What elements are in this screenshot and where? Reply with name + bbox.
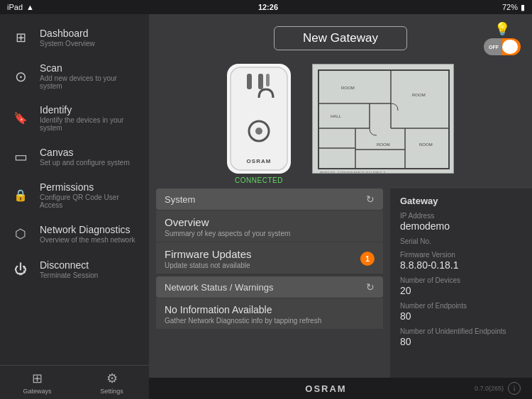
device-card: OSRAM CONNECTED	[227, 64, 291, 184]
firmware-subtitle: Update status not available	[165, 262, 252, 269]
scan-icon: ⊙	[10, 66, 31, 87]
disconnect-label: Disconnect	[40, 259, 98, 271]
gateway-devices-label: Number of Devices	[400, 276, 522, 284]
gateway-unident-field: Number of Unidentified Endpoints 80	[400, 327, 522, 347]
status-bar: iPad ▲ 12:26 72% ▮	[0, 0, 532, 14]
canvas-sublabel: Set up and configure system	[40, 159, 130, 167]
toggle-knob	[502, 40, 518, 54]
gateway-devices-value: 20	[400, 285, 522, 296]
sidebar-item-network-diagnostics[interactable]: ⬡ Network Diagnostics Overview of the me…	[0, 216, 149, 252]
status-bar-time: 12:26	[258, 3, 278, 11]
gateway-unident-label: Number of Unidentified Endpoints	[400, 327, 522, 335]
permissions-icon: 🔒	[10, 185, 31, 206]
system-panel: System ↻ Overview Summary of key aspects…	[149, 189, 390, 378]
network-icon: ⬡	[10, 223, 31, 245]
device-area: OSRAM CONNECTED	[149, 60, 532, 189]
system-refresh-icon[interactable]: ↻	[366, 193, 375, 205]
svg-text:OSRAM: OSRAM	[247, 158, 272, 164]
sidebar-item-identify[interactable]: 🔖 Identify Identify the devices in your …	[0, 97, 149, 139]
dashboard-icon: ⊞	[10, 27, 31, 48]
gateway-endpoints-value: 80	[400, 310, 522, 322]
settings-icon: ⚙	[106, 371, 118, 386]
bottom-bar: OSRAM 0.7.0(265) i	[149, 378, 532, 399]
identify-label: Identify	[40, 104, 139, 116]
gateway-panel: Gateway IP Address demodemo Serial No. F…	[390, 189, 532, 378]
gateways-button[interactable]: ⊞ Gateways	[0, 366, 74, 399]
svg-rect-2	[258, 74, 263, 89]
sidebar-item-canvas[interactable]: ▭ Canvas Set up and configure system	[0, 139, 149, 174]
overview-title: Overview	[165, 216, 290, 228]
svg-text:ROOM: ROOM	[412, 93, 426, 97]
svg-rect-1	[247, 74, 252, 89]
network-refresh-icon[interactable]: ↻	[366, 281, 375, 293]
identify-sublabel: Identify the devices in your system	[40, 116, 139, 132]
light-icon: 💡	[494, 21, 510, 37]
version-text: 0.7.0(265)	[475, 385, 504, 392]
network-label: Network Diagnostics	[40, 224, 135, 235]
main-header: New Gateway 💡 OFF ON	[149, 14, 532, 60]
firmware-item[interactable]: Firmware Updates Update status not avail…	[156, 242, 383, 274]
dashboard-sublabel: System Overview	[40, 40, 95, 47]
gateway-ip-field: IP Address demodemo	[400, 212, 522, 232]
blueprint-image: ROOM ROOM HALL ROOM ROOM MONOLITH - 0.7/…	[312, 64, 454, 174]
wifi-icon: ▲	[26, 3, 34, 11]
main-content: New Gateway 💡 OFF ON	[149, 14, 532, 399]
gateway-endpoints-label: Number of Endpoints	[400, 302, 522, 310]
disconnect-icon: ⏻	[10, 259, 31, 280]
dashboard-label: Dashboard	[40, 28, 95, 39]
info-button[interactable]: i	[508, 382, 521, 395]
sidebar-footer: ⊞ Gateways ⚙ Settings	[0, 365, 149, 399]
toggle-area: 💡 OFF ON	[484, 21, 521, 55]
sidebar-item-permissions[interactable]: 🔒 Permissions Configure QR Code User Acc…	[0, 174, 149, 216]
status-bar-right: 72% ▮	[502, 3, 525, 12]
svg-rect-7	[313, 64, 453, 173]
svg-point-5	[255, 128, 262, 135]
status-bar-left: iPad ▲	[7, 3, 34, 11]
sidebar-items: ⊞ Dashboard System Overview ⊙ Scan Add n…	[0, 14, 149, 365]
gateway-firmware-label: Firmware Version	[400, 251, 522, 259]
system-section-header: System ↻	[156, 189, 383, 210]
disconnect-sublabel: Terminate Session	[40, 271, 98, 279]
device-label: iPad	[7, 3, 23, 11]
battery-icon: ▮	[521, 3, 525, 12]
device-svg: OSRAM	[227, 64, 291, 174]
gateway-firmware-value: 8.8.80-0.18.1	[400, 259, 522, 271]
gateways-label: Gateways	[23, 388, 51, 395]
gateway-ip-label: IP Address	[400, 212, 522, 220]
sidebar: ⊞ Dashboard System Overview ⊙ Scan Add n…	[0, 14, 149, 399]
firmware-title: Firmware Updates	[165, 248, 252, 260]
system-section-label: System	[165, 194, 195, 205]
svg-rect-3	[266, 74, 270, 86]
app-layout: ⊞ Dashboard System Overview ⊙ Scan Add n…	[0, 14, 532, 399]
no-info-title: No Information Available	[165, 304, 375, 315]
scan-label: Scan	[40, 62, 139, 74]
identify-icon: 🔖	[10, 108, 31, 129]
gateway-title: New Gateway	[303, 31, 378, 45]
gateway-ip-value: demodemo	[400, 220, 522, 232]
canvas-icon: ▭	[10, 146, 31, 167]
scan-sublabel: Add new devices to your system	[40, 74, 139, 90]
svg-text:ROOM: ROOM	[377, 142, 390, 147]
sidebar-item-text: Dashboard System Overview	[40, 28, 95, 47]
toggle-switch[interactable]: OFF ON	[484, 38, 521, 55]
gateway-devices-field: Number of Devices 20	[400, 276, 522, 296]
sidebar-item-dashboard[interactable]: ⊞ Dashboard System Overview	[0, 20, 149, 55]
no-info-sub: Gather Network Diagnostic info by tappin…	[165, 317, 375, 325]
info-row: System ↻ Overview Summary of key aspects…	[149, 189, 532, 378]
settings-button[interactable]: ⚙ Settings	[74, 366, 149, 399]
svg-text:HALL: HALL	[331, 114, 342, 118]
permissions-label: Permissions	[40, 181, 139, 193]
sidebar-item-scan[interactable]: ⊙ Scan Add new devices to your system	[0, 55, 149, 97]
overview-item[interactable]: Overview Summary of key aspects of your …	[156, 210, 383, 242]
network-section-header: Network Status / Warnings ↻	[156, 276, 383, 298]
gateway-title-box: New Gateway	[274, 26, 407, 50]
device-image: OSRAM	[227, 64, 291, 174]
osram-logo: OSRAM	[177, 383, 475, 394]
gateway-firmware-field: Firmware Version 8.8.80-0.18.1	[400, 251, 522, 271]
svg-text:ROOM: ROOM	[341, 86, 355, 90]
gateway-serial-field: Serial No.	[400, 237, 522, 245]
sidebar-item-disconnect[interactable]: ⏻ Disconnect Terminate Session	[0, 252, 149, 287]
gateway-unident-value: 80	[400, 336, 522, 347]
svg-text:MONOLITH - 0.7/DESIGN REALTY, : MONOLITH - 0.7/DESIGN REALTY, FULLSTACK,…	[320, 171, 387, 173]
toggle-off-label: OFF	[484, 45, 502, 50]
